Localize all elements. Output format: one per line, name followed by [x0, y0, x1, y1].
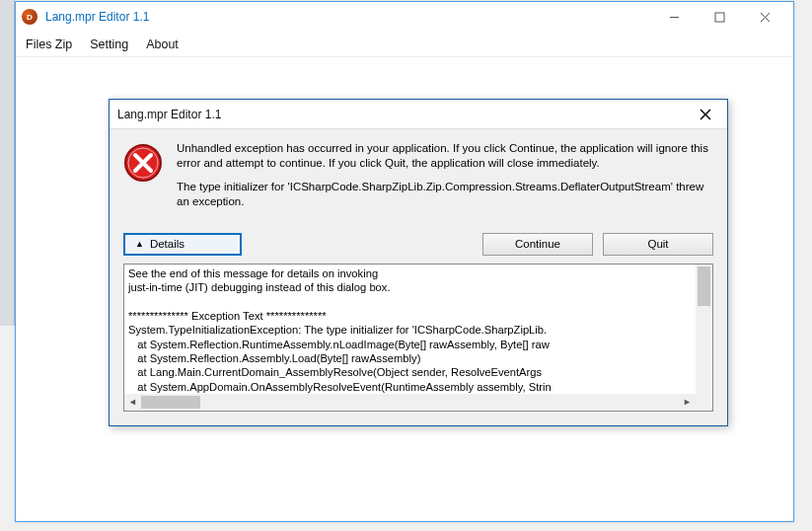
scrollbar-thumb[interactable] [141, 396, 200, 409]
window-title: Lang.mpr Editor 1.1 [45, 10, 651, 24]
continue-button[interactable]: Continue [482, 233, 593, 256]
horizontal-scrollbar[interactable]: ◄ ► [124, 394, 696, 411]
menu-files-zip[interactable]: Files Zip [26, 38, 72, 51]
menu-about[interactable]: About [146, 38, 179, 51]
svg-rect-1 [715, 13, 724, 22]
app-icon: D [22, 9, 37, 25]
dialog-close-button[interactable] [692, 104, 719, 125]
error-icon [123, 143, 163, 183]
details-button[interactable]: ▲ Details [123, 233, 242, 256]
vertical-scrollbar[interactable] [696, 265, 712, 394]
quit-button[interactable]: Quit [603, 233, 713, 256]
scrollbar-corner [696, 394, 712, 411]
scroll-left-icon[interactable]: ◄ [124, 394, 141, 411]
titlebar: D Lang.mpr Editor 1.1 [16, 2, 793, 32]
menubar: Files Zip Setting About [16, 32, 793, 57]
continue-button-label: Continue [515, 238, 560, 250]
dialog-message: Unhandled exception has occurred in your… [177, 141, 713, 219]
dialog-button-row: ▲ Details Continue Quit [123, 233, 713, 256]
window-controls [651, 2, 787, 32]
quit-button-label: Quit [647, 238, 668, 250]
dialog-message-line2: The type initializer for 'ICSharpCode.Sh… [177, 180, 713, 208]
dialog-titlebar: Lang.mpr Editor 1.1 [110, 100, 727, 129]
maximize-button[interactable] [697, 2, 742, 32]
details-arrow-icon: ▲ [135, 239, 144, 249]
menu-setting[interactable]: Setting [90, 38, 128, 51]
details-text: See the end of this message for details … [124, 265, 696, 394]
dialog-title: Lang.mpr Editor 1.1 [117, 108, 692, 121]
minimize-button[interactable] [651, 2, 697, 32]
dialog-message-line1: Unhandled exception has occurred in your… [177, 141, 713, 170]
background-panel [0, 0, 15, 326]
details-textbox[interactable]: See the end of this message for details … [123, 264, 713, 412]
close-button[interactable] [742, 2, 787, 32]
error-dialog: Lang.mpr Editor 1.1 Unhandled exception … [109, 99, 728, 426]
details-button-label: Details [150, 238, 185, 250]
scroll-right-icon[interactable]: ► [679, 394, 696, 411]
dialog-body: Unhandled exception has occurred in your… [110, 129, 727, 425]
scrollbar-thumb[interactable] [698, 266, 710, 306]
